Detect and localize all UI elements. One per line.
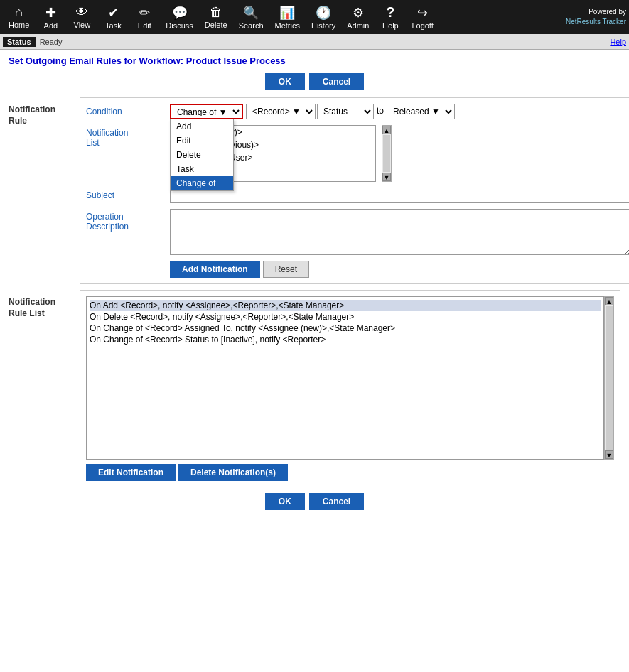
- nav-label-delete: Delete: [205, 21, 227, 29]
- nav-label-home: Home: [9, 21, 29, 29]
- nav-item-view[interactable]: 👁 View: [66, 4, 97, 31]
- condition-row: Condition Change of ▼ Add Edit Delete Ta…: [86, 104, 629, 119]
- task-icon: ✔: [108, 5, 119, 21]
- opdesc-label: Operation Description: [86, 209, 164, 232]
- to-label: to: [377, 104, 384, 116]
- ok-button-bottom[interactable]: OK: [265, 493, 305, 510]
- nav-item-home[interactable]: ⌂ Home: [3, 4, 35, 31]
- powered-by-text: Powered by: [588, 8, 626, 16]
- opdesc-textarea[interactable]: [170, 209, 629, 255]
- discuss-icon: 💬: [172, 5, 188, 21]
- rule-item[interactable]: On Change of <Record> Assigned To, notif…: [90, 323, 601, 334]
- rule-list-box[interactable]: On Add <Record>, notify <Assignee>,<Repo…: [86, 296, 604, 460]
- dropdown-option-task[interactable]: Task: [171, 162, 233, 176]
- admin-icon: ⚙: [353, 5, 364, 21]
- nav-item-add[interactable]: ✚ Add: [35, 4, 66, 31]
- delete-notification-button[interactable]: Delete Notification(s): [178, 464, 288, 481]
- condition-dropdown-container: Change of ▼ Add Edit Delete Task Change …: [170, 104, 243, 119]
- add-icon: ✚: [45, 5, 56, 21]
- record-select[interactable]: <Record> ▼: [246, 104, 316, 119]
- logoff-icon: ↪: [417, 5, 428, 21]
- nav-item-discuss[interactable]: 💬 Discuss: [160, 4, 199, 31]
- subject-row: Subject: [86, 188, 629, 203]
- notification-rule-list-label: Notification Rule List: [9, 290, 80, 319]
- help-icon: ?: [386, 4, 394, 21]
- reset-button[interactable]: Reset: [263, 261, 309, 278]
- list-scrollbar[interactable]: ▲ ▼: [382, 125, 392, 182]
- subject-input[interactable]: [170, 188, 629, 203]
- notification-rule-row: Notification Rule Condition Change of ▼ …: [9, 97, 620, 284]
- search-icon: 🔍: [243, 5, 259, 21]
- nav-item-edit[interactable]: ✏ Edit: [129, 4, 160, 31]
- notification-rule-content: Condition Change of ▼ Add Edit Delete Ta…: [80, 97, 629, 284]
- dropdown-option-delete[interactable]: Delete: [171, 148, 233, 162]
- nav-label-discuss: Discuss: [166, 21, 193, 30]
- condition-controls: Change of ▼ Add Edit Delete Task Change …: [170, 104, 455, 119]
- add-notification-button[interactable]: Add Notification: [170, 261, 260, 278]
- nav-label-logoff: Logoff: [412, 21, 433, 30]
- subject-label: Subject: [86, 188, 164, 200]
- dropdown-option-edit[interactable]: Edit: [171, 134, 233, 148]
- nav-item-delete[interactable]: 🗑 Delete: [199, 4, 233, 31]
- view-icon: 👁: [75, 5, 88, 20]
- brand-area: Powered by NetResults Tracker: [566, 7, 626, 27]
- released-select[interactable]: Released ▼: [387, 104, 455, 119]
- dropdown-option-add[interactable]: Add: [171, 119, 233, 134]
- nav-item-task[interactable]: ✔ Task: [97, 4, 129, 31]
- nav-label-history: History: [311, 21, 335, 30]
- brand-link[interactable]: NetResults Tracker: [566, 18, 626, 26]
- help-link[interactable]: Help: [610, 38, 626, 46]
- opdesc-row: Operation Description: [86, 209, 629, 255]
- add-notification-row: Add Notification Reset: [170, 261, 629, 278]
- edit-notification-button[interactable]: Edit Notification: [86, 464, 176, 481]
- notification-rule-list-row: Notification Rule List On Add <Record>, …: [9, 290, 620, 487]
- history-icon: 🕐: [316, 5, 331, 21]
- notification-rule-label: Notification Rule: [9, 97, 80, 126]
- top-btn-row: OK Cancel: [9, 73, 620, 90]
- status-badge: Status: [3, 37, 36, 47]
- nav-label-edit: Edit: [138, 21, 151, 30]
- page-title: Set Outgoing Email Rules for Workflow: P…: [9, 55, 620, 66]
- topnav: ⌂ Home ✚ Add 👁 View ✔ Task ✏ Edit 💬 Disc…: [0, 0, 629, 34]
- notification-list-label: Notification List: [86, 125, 164, 148]
- field-select[interactable]: Status: [317, 104, 374, 119]
- bottom-btn-row: OK Cancel: [9, 493, 620, 510]
- metrics-icon: 📊: [279, 5, 295, 21]
- nav-item-admin[interactable]: ⚙ Admin: [341, 4, 375, 31]
- nav-item-help[interactable]: ? Help: [375, 3, 406, 31]
- delete-icon: 🗑: [210, 5, 222, 20]
- home-icon: ⌂: [15, 5, 23, 20]
- status-text: Ready: [40, 38, 63, 46]
- nav-item-search[interactable]: 🔍 Search: [233, 4, 269, 31]
- rule-item[interactable]: On Delete <Record>, notify <Assignee>,<R…: [90, 311, 601, 323]
- statusbar: Status Ready Help: [0, 34, 629, 50]
- edit-icon: ✏: [139, 5, 150, 21]
- page-content: Set Outgoing Email Rules for Workflow: P…: [0, 50, 629, 523]
- notification-rule-list-content: On Add <Record>, notify <Assignee>,<Repo…: [80, 290, 620, 487]
- rule-list-scrollbar[interactable]: ▲ ▼: [604, 296, 614, 460]
- cancel-button-top[interactable]: Cancel: [309, 73, 364, 90]
- condition-select[interactable]: Change of ▼: [170, 104, 243, 119]
- rule-list-wrapper: On Add <Record>, notify <Assignee>,<Repo…: [86, 296, 614, 460]
- rule-item[interactable]: On Add <Record>, notify <Assignee>,<Repo…: [90, 300, 601, 311]
- edit-delete-row: Edit Notification Delete Notification(s): [86, 464, 614, 481]
- condition-dropdown-menu: Add Edit Delete Task Change of: [170, 119, 234, 191]
- nav-item-logoff[interactable]: ↪ Logoff: [406, 4, 439, 31]
- nav-label-task: Task: [105, 21, 122, 30]
- cancel-button-bottom[interactable]: Cancel: [309, 493, 364, 510]
- nav-label-view: View: [74, 21, 91, 29]
- ok-button-top[interactable]: OK: [265, 73, 305, 90]
- nav-label-add: Add: [44, 21, 58, 30]
- nav-label-search: Search: [239, 21, 264, 30]
- nav-label-metrics: Metrics: [275, 21, 300, 30]
- notification-list-row: Notification List <Assignee (new)> <Assi…: [86, 125, 629, 182]
- rule-item[interactable]: On Change of <Record> Status to [Inactiv…: [90, 334, 601, 345]
- nav-item-metrics[interactable]: 📊 Metrics: [269, 4, 306, 31]
- nav-item-history[interactable]: 🕐 History: [306, 4, 341, 31]
- nav-label-admin: Admin: [347, 21, 369, 30]
- condition-label: Condition: [86, 104, 164, 116]
- dropdown-option-changeof[interactable]: Change of: [171, 176, 233, 190]
- nav-label-help: Help: [382, 21, 399, 30]
